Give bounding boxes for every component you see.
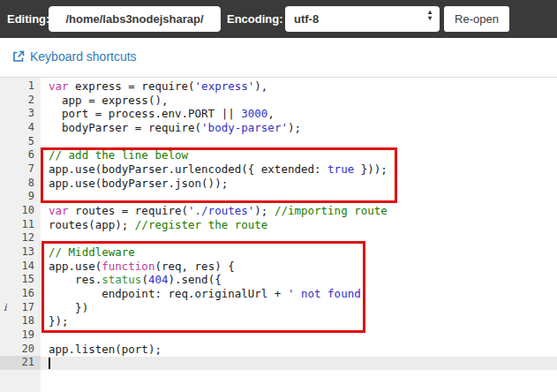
code-editor[interactable]: 1234567891011121314151617i18192021 var e…: [0, 78, 557, 392]
code-token: port = process.env.PORT ||: [49, 107, 241, 120]
gutter-line-number: 7: [0, 162, 41, 177]
code-line[interactable]: app.listen(port);: [49, 343, 557, 357]
encoding-label: Encoding:: [227, 12, 283, 26]
code-token: //register the route: [135, 218, 268, 231]
top-bar: Editing: /home/labs3nodejsharap/ Encodin…: [0, 0, 557, 38]
code-token: 'body-parser': [201, 121, 288, 134]
code-line[interactable]: bodyParser = require('body-parser');: [49, 121, 557, 135]
code-token: ,: [267, 107, 275, 120]
select-spinner-icon: ▴▾: [428, 9, 432, 21]
gutter-line-number: 11: [0, 218, 41, 232]
info-annotation-icon: i: [4, 301, 7, 315]
code-line[interactable]: [49, 135, 557, 149]
code-token: express = require(: [69, 79, 195, 93]
gutter-line-number: 17i: [0, 301, 41, 315]
gutter-line-number: 4: [0, 121, 41, 135]
code-line[interactable]: port = process.env.PORT || 3000,: [49, 107, 557, 121]
external-link-icon: [12, 50, 25, 63]
gutter-line-number: 5: [0, 135, 41, 149]
annotation-box-2: [41, 241, 365, 333]
file-path-input[interactable]: /home/labs3nodejsharap/: [49, 6, 221, 32]
code-token: var: [49, 79, 69, 93]
gutter-line-number: 9: [0, 190, 41, 204]
editor-window: Editing: /home/labs3nodejsharap/ Encodin…: [0, 0, 557, 392]
editing-label: Editing:: [7, 12, 49, 26]
encoding-value: utf-8: [294, 12, 319, 26]
gutter-line-number: 8: [0, 177, 41, 191]
gutter-line-number: 6: [0, 148, 41, 162]
code-token: app = express(),: [49, 94, 168, 107]
gutter-line-number: 19: [0, 328, 41, 343]
code-line[interactable]: var routes = require('./routes'); //impo…: [49, 204, 557, 218]
gutter-line-number: 13: [0, 245, 41, 260]
code-token: var: [49, 204, 69, 217]
gutter-line-number: 14: [0, 260, 41, 274]
gutter-line-number: 3: [0, 107, 41, 121]
code-token: routes = require(: [69, 204, 188, 217]
gutter-line-number: 12: [0, 231, 41, 245]
code-token: 'express': [195, 79, 255, 93]
code-line[interactable]: [49, 356, 557, 370]
code-token: //importing route: [275, 204, 388, 217]
text-cursor: [49, 358, 50, 369]
code-token: './routes': [188, 204, 254, 217]
encoding-select[interactable]: utf-8 ▴▾: [285, 6, 440, 32]
gutter-line-number: 21: [0, 356, 41, 370]
gutter: 1234567891011121314151617i18192021: [0, 78, 41, 392]
gutter-line-number: 18: [0, 314, 41, 328]
code-token: app.listen(port);: [49, 343, 162, 356]
gutter-line-number: 16: [0, 287, 41, 301]
annotation-box-1: [41, 147, 397, 203]
code-token: bodyParser = require(: [49, 121, 201, 134]
toolbar: Keyboard shortcuts >_ ↺ ↻ ↔: [0, 38, 557, 78]
code-line[interactable]: app = express(),: [49, 94, 557, 108]
keyboard-shortcuts-link[interactable]: Keyboard shortcuts: [12, 49, 137, 64]
gutter-line-number: 10: [0, 204, 41, 218]
keyboard-shortcuts-label: Keyboard shortcuts: [30, 49, 137, 64]
reopen-button[interactable]: Re-open: [444, 6, 509, 32]
gutter-line-number: 20: [0, 343, 41, 357]
gutter-line-number: 1: [0, 79, 41, 94]
code-token: routes(app);: [49, 218, 135, 231]
gutter-line-number: 15: [0, 273, 41, 287]
code-token: 3000: [241, 107, 267, 120]
code-token: );: [288, 121, 301, 134]
code-line[interactable]: routes(app); //register the route: [49, 218, 557, 232]
gutter-line-number: 2: [0, 94, 41, 108]
code-token: ),: [254, 79, 267, 93]
code-line[interactable]: var express = require('express'),: [49, 79, 557, 94]
code-token: );: [254, 204, 275, 217]
